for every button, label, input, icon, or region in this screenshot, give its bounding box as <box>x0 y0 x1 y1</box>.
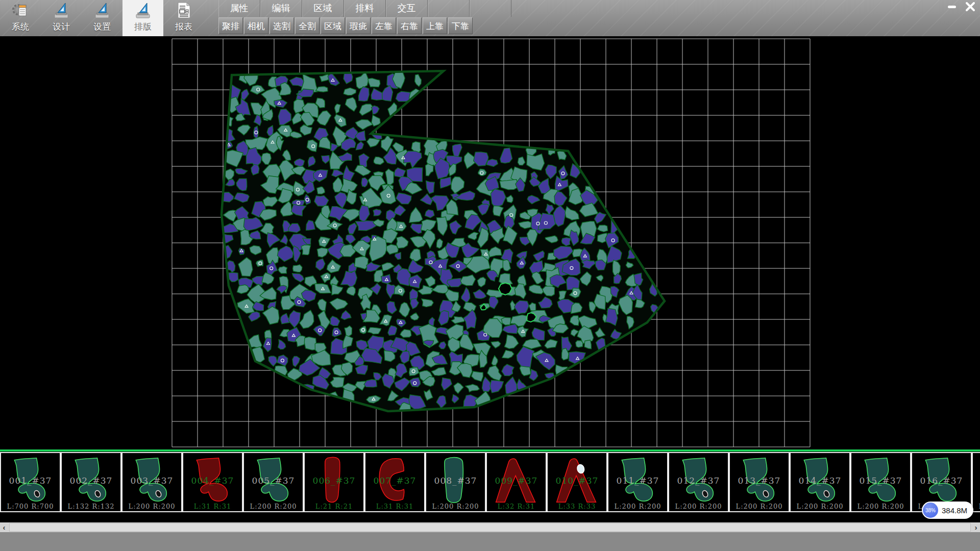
piece-lr-count: L:200 R:200 <box>791 503 849 510</box>
menu-area: 属性编辑区域排料交互 聚排相机选割全割区域瑕疵左靠右靠上靠下靠 <box>218 0 511 35</box>
app-button-system[interactable]: 系统 <box>0 0 41 36</box>
piece-thumbnail-012_#37[interactable]: 012_#37L:200 R:200 <box>668 452 729 512</box>
app-button-label: 报表 <box>175 21 192 33</box>
piece-thumbnail-002_#37[interactable]: 002_#37L:132 R:132 <box>61 452 121 512</box>
menu-item-1[interactable]: 属性 <box>218 0 260 17</box>
piece-lr-count: L:200 R:200 <box>851 503 910 510</box>
tool-button-6[interactable]: 瑕疵 <box>346 17 371 34</box>
minimize-button[interactable] <box>944 1 960 12</box>
piece-lr-count: L:200 R:200 <box>730 503 789 510</box>
toolbar: 系统设计设置排版报表 属性编辑区域排料交互 聚排相机选割全割区域瑕疵左靠右靠上靠… <box>0 0 980 36</box>
menu-item-empty <box>470 0 511 17</box>
piece-lr-count: L:21 R:21 <box>305 503 363 510</box>
tool-button-4[interactable]: 全割 <box>295 17 320 34</box>
tool-button-10[interactable]: 下靠 <box>448 17 473 34</box>
piece-thumbnail-004_#37[interactable]: 004_#37L:31 R:31 <box>182 452 243 512</box>
piece-thumbnail-007_#37[interactable]: 007_#37L:31 R:31 <box>364 452 425 512</box>
close-button[interactable] <box>963 1 978 12</box>
menu-row-1: 属性编辑区域排料交互 <box>218 0 511 17</box>
app-button-report[interactable]: 报表 <box>163 0 204 36</box>
piece-id: 016_#37 <box>912 475 971 486</box>
window-controls <box>944 1 978 12</box>
piece-lr-count: L:200 R:200 <box>122 503 181 510</box>
app-tabs: 系统设计设置排版报表 <box>0 0 204 36</box>
progress-circle: 38% <box>923 503 938 518</box>
close-icon <box>965 2 975 12</box>
piece-thumbnail-015_#37[interactable]: 015_#37L:200 R:200 <box>850 452 911 512</box>
piece-lr-count: L:200 R:200 <box>608 503 667 510</box>
piece-lr-count: L:200 R:200 <box>669 503 728 510</box>
app-button-label: 设计 <box>53 21 70 33</box>
menu-item-2[interactable]: 编辑 <box>260 0 302 17</box>
app-button-label: 排版 <box>134 21 152 33</box>
ruler-icon <box>52 2 70 20</box>
menu-item-5[interactable]: 交互 <box>386 0 428 17</box>
ruler-icon <box>93 2 111 20</box>
piece-id: 014_#37 <box>791 475 849 486</box>
piece-thumbnail-013_#37[interactable]: 013_#37L:200 R:200 <box>729 452 790 512</box>
scroll-left-icon[interactable]: ‹ <box>0 522 8 532</box>
piece-thumbnail-006_#37[interactable]: 006_#37L:21 R:21 <box>304 452 364 512</box>
piece-id: 009_#37 <box>487 475 546 486</box>
menu-item-3[interactable]: 区域 <box>302 0 344 17</box>
piece-id: 002_#37 <box>62 475 120 486</box>
piece-id: 005_#37 <box>244 475 303 486</box>
piece-lr-count: L:33 R:33 <box>548 503 606 510</box>
app-button-design[interactable]: 设计 <box>41 0 82 36</box>
piece-thumbnail-008_#37[interactable]: 008_#37L:200 R:200 <box>425 452 486 512</box>
piece-id: 001_#37 <box>1 475 60 486</box>
pieces-strip: 001_#37L:700 R:700002_#37L:132 R:132003_… <box>0 452 980 512</box>
piece-thumbnail-014_#37[interactable]: 014_#37L:200 R:200 <box>790 452 850 512</box>
piece-thumbnail-011_#37[interactable]: 011_#37L:200 R:200 <box>607 452 668 512</box>
piece-id: 012_#37 <box>669 475 728 486</box>
app-button-label: 设置 <box>93 21 111 33</box>
tool-button-1[interactable]: 聚排 <box>218 17 243 34</box>
tool-button-5[interactable]: 区域 <box>321 17 345 34</box>
defect-region <box>499 283 512 295</box>
minimize-icon <box>947 2 957 12</box>
tool-button-3[interactable]: 选割 <box>270 17 294 34</box>
piece-id: 004_#37 <box>183 475 242 486</box>
piece-lr-count: L:700 R:700 <box>1 503 60 510</box>
strip-separator <box>0 449 980 452</box>
piece-thumbnail-010_#37[interactable]: 010_#37L:33 R:33 <box>547 452 607 512</box>
menu-row-2: 聚排相机选割全割区域瑕疵左靠右靠上靠下靠 <box>218 17 511 35</box>
tool-button-9[interactable]: 上靠 <box>423 17 447 34</box>
menu-item-empty <box>428 0 470 17</box>
menu-item-4[interactable]: 排料 <box>344 0 386 17</box>
piece-id: 008_#37 <box>426 475 485 486</box>
piece-thumbnail-017_#37[interactable]: 017_#37L:200 R:200 <box>972 452 980 512</box>
piece-thumbnail-001_#37[interactable]: 001_#37L:700 R:700 <box>0 452 61 512</box>
gear-notepad-icon <box>11 2 30 20</box>
app-button-nesting[interactable]: 排版 <box>122 0 163 36</box>
tool-button-8[interactable]: 右靠 <box>397 17 422 34</box>
nested-pieces-group <box>218 68 665 415</box>
ruler-icon <box>134 2 152 20</box>
piece-id: 017_#37 <box>973 475 980 486</box>
piece-id: 013_#37 <box>730 475 789 486</box>
memory-badge: 38% 384.8M <box>922 502 973 519</box>
report-icon <box>175 2 193 20</box>
memory-value: 384.8M <box>942 506 967 515</box>
tool-button-7[interactable]: 左靠 <box>372 17 396 34</box>
nesting-canvas[interactable] <box>0 36 980 451</box>
piece-lr-count: L:31 R:31 <box>365 503 424 510</box>
app-button-settings[interactable]: 设置 <box>82 0 122 36</box>
app-button-label: 系统 <box>12 21 29 33</box>
piece-lr-count: L:200 R:200 <box>973 503 980 510</box>
piece-id: 015_#37 <box>851 475 910 486</box>
nesting-layout-svg <box>0 36 980 451</box>
piece-lr-count: L:200 R:200 <box>426 503 485 510</box>
piece-id: 011_#37 <box>608 475 667 486</box>
scroll-right-icon[interactable]: › <box>972 522 980 532</box>
strip-scrollbar[interactable]: ‹ › <box>0 522 980 532</box>
piece-thumbnail-009_#37[interactable]: 009_#37L:32 R:31 <box>486 452 547 512</box>
scrollbar-thumb[interactable] <box>9 523 971 532</box>
piece-id: 003_#37 <box>122 475 181 486</box>
piece-lr-count: L:32 R:31 <box>487 503 546 510</box>
piece-lr-count: L:200 R:200 <box>244 503 303 510</box>
piece-thumbnail-005_#37[interactable]: 005_#37L:200 R:200 <box>243 452 304 512</box>
piece-thumbnail-003_#37[interactable]: 003_#37L:200 R:200 <box>121 452 182 512</box>
tool-button-2[interactable]: 相机 <box>244 17 268 34</box>
piece-id: 006_#37 <box>305 475 363 486</box>
